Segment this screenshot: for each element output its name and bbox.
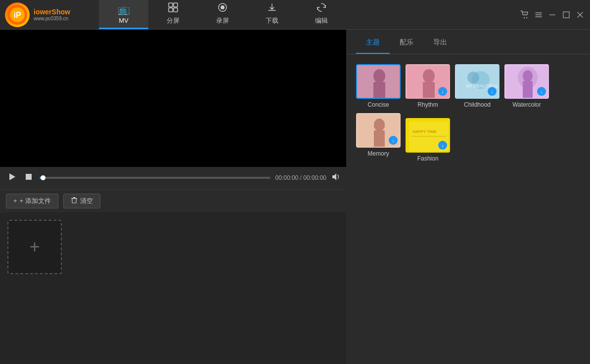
titlebar: iP iowerShow www.pc0359.cn 📺 MV 分屏 — [0, 0, 590, 30]
tab-music[interactable]: 配乐 — [390, 32, 423, 54]
theme-rhythm-label: Rhythm — [417, 101, 438, 108]
add-file-label: + 添加文件 — [20, 197, 51, 205]
svg-rect-25 — [357, 65, 401, 99]
stop-button[interactable] — [23, 172, 35, 184]
file-controls: + + 添加文件 清空 — [0, 189, 346, 212]
time-separator: / — [298, 174, 303, 181]
progress-bar[interactable] — [40, 177, 271, 179]
tab-download[interactable]: 下载 — [247, 0, 297, 29]
time-current: 00:00:00 — [275, 174, 299, 181]
tab-edit[interactable]: 编辑 — [297, 0, 346, 29]
theme-watercolor-label: Watercolor — [512, 101, 541, 108]
left-panel: 00:00:00 / 00:00:00 + + 添加文件 — [0, 30, 346, 364]
time-display: 00:00:00 / 00:00:00 — [275, 174, 326, 181]
add-file-button[interactable]: + + 添加文件 — [6, 194, 58, 208]
theme-concise-thumb — [356, 64, 401, 99]
svg-marker-18 — [9, 173, 15, 180]
download-icon — [267, 2, 277, 15]
svg-rect-5 — [169, 8, 173, 12]
time-total: 00:00:00 — [303, 174, 326, 181]
tab-mv[interactable]: 📺 MV — [99, 0, 148, 29]
logo-text: iowerShow www.pc0359.cn — [34, 8, 70, 21]
tab-theme-label: 主题 — [366, 38, 380, 46]
clear-label: 清空 — [80, 197, 93, 205]
add-plus-icon: + — [29, 237, 40, 257]
tab-export[interactable]: 导出 — [423, 32, 457, 54]
tab-record-label: 录屏 — [216, 16, 229, 25]
close-button[interactable] — [575, 10, 585, 20]
minimize-button[interactable] — [547, 10, 557, 20]
app-logo: iP — [5, 2, 30, 27]
tab-theme[interactable]: 主题 — [356, 32, 390, 54]
volume-button[interactable] — [331, 172, 340, 183]
theme-rhythm-thumb: ↓ — [406, 64, 450, 99]
theme-watercolor-thumb: ↓ — [504, 64, 549, 99]
svg-point-27 — [423, 69, 435, 83]
theme-concise[interactable]: Concise — [356, 64, 401, 108]
theme-memory[interactable]: ↓ Memory — [356, 113, 401, 162]
tab-split[interactable]: 分屏 — [148, 0, 198, 29]
rhythm-download-icon: ↓ — [438, 87, 447, 96]
play-button[interactable] — [6, 172, 18, 184]
childhood-download-icon: ↓ — [488, 87, 497, 96]
logo-area: iP iowerShow www.pc0359.cn — [0, 2, 99, 27]
theme-grid: Concise ↓ Rhythm — [346, 54, 590, 172]
panel-tabs: 主题 配乐 导出 — [346, 30, 590, 54]
svg-point-38 — [374, 119, 385, 131]
watercolor-download-icon: ↓ — [537, 87, 546, 96]
app-subtitle: www.pc0359.cn — [34, 16, 70, 21]
theme-fashion-label: Fashion — [417, 155, 439, 162]
tab-split-label: 分屏 — [167, 16, 180, 25]
svg-marker-20 — [332, 173, 336, 180]
memory-download-icon: ↓ — [389, 136, 398, 145]
theme-watercolor[interactable]: ↓ Watercolor — [504, 64, 549, 108]
svg-point-8 — [221, 5, 225, 9]
tab-music-label: 配乐 — [400, 38, 413, 46]
theme-memory-thumb: ↓ — [356, 113, 401, 148]
theme-childhood-thumb: MY BEAUTIFUL ANGEL ↓ — [455, 64, 499, 99]
theme-childhood[interactable]: MY BEAUTIFUL ANGEL ↓ Childhood — [455, 64, 499, 108]
svg-rect-6 — [174, 8, 178, 12]
theme-fashion-thumb: HAPPY TIME ↓ — [406, 118, 450, 153]
right-panel: 主题 配乐 导出 Concise — [346, 30, 590, 364]
fashion-download-icon: ↓ — [438, 141, 447, 150]
svg-point-10 — [526, 17, 527, 18]
drop-placeholder[interactable]: + — [7, 220, 62, 274]
clear-button[interactable]: 清空 — [63, 194, 100, 208]
theme-memory-label: Memory — [367, 150, 389, 157]
window-controls — [515, 10, 590, 20]
svg-rect-3 — [169, 3, 173, 7]
theme-rhythm[interactable]: ↓ Rhythm — [406, 64, 450, 108]
mv-icon: 📺 — [118, 3, 130, 15]
svg-point-9 — [524, 17, 525, 18]
theme-concise-label: Concise — [367, 101, 389, 108]
main-content: 00:00:00 / 00:00:00 + + 添加文件 — [0, 30, 590, 364]
nav-tabs: 📺 MV 分屏 录屏 — [99, 0, 515, 29]
svg-text:iP: iP — [13, 11, 21, 19]
clear-icon — [71, 197, 78, 205]
record-icon — [218, 2, 227, 15]
file-drop-area: + — [0, 212, 346, 364]
theme-fashion[interactable]: HAPPY TIME ↓ Fashion — [406, 118, 450, 162]
svg-rect-28 — [423, 82, 435, 99]
tab-download-label: 下载 — [266, 16, 278, 25]
add-file-icon: + — [13, 197, 17, 204]
maximize-button[interactable] — [561, 10, 571, 20]
tab-record[interactable]: 录屏 — [198, 0, 247, 29]
tab-edit-label: 编辑 — [315, 16, 328, 25]
svg-point-31 — [467, 72, 479, 83]
tab-export-label: 导出 — [433, 38, 447, 46]
svg-rect-39 — [374, 130, 385, 148]
player-controls: 00:00:00 / 00:00:00 — [0, 167, 346, 189]
video-player — [0, 30, 346, 167]
svg-rect-36 — [523, 81, 533, 99]
cart-button[interactable] — [520, 10, 530, 20]
theme-childhood-label: Childhood — [464, 101, 491, 108]
split-icon — [168, 2, 178, 15]
tab-mv-label: MV — [119, 17, 129, 24]
edit-icon — [317, 2, 326, 15]
app-name: iowerShow — [34, 8, 70, 16]
svg-rect-15 — [563, 12, 569, 18]
list-button[interactable] — [534, 10, 544, 20]
svg-text:HAPPY TIME: HAPPY TIME — [412, 129, 437, 134]
